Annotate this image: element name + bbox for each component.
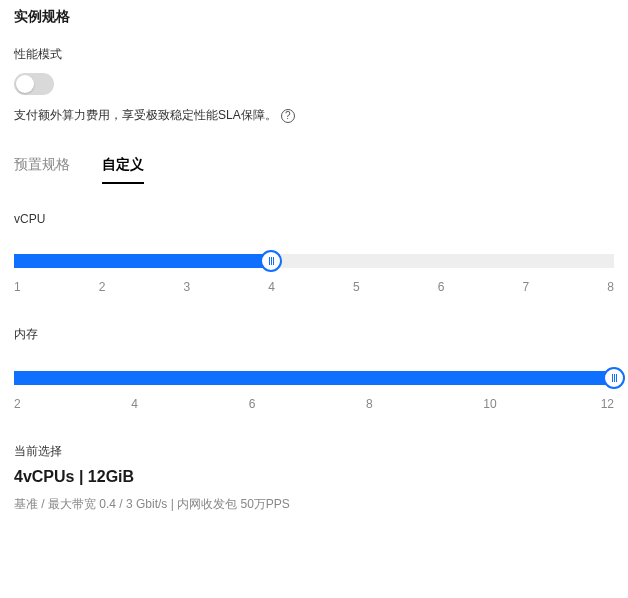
slider-tick: 8: [366, 397, 483, 411]
memory-slider[interactable]: [14, 371, 614, 385]
memory-slider-thumb[interactable]: [603, 367, 625, 389]
help-icon[interactable]: ?: [281, 109, 295, 123]
vcpu-slider-thumb[interactable]: [260, 250, 282, 272]
slider-tick: 8: [607, 280, 614, 294]
current-selection-label: 当前选择: [14, 443, 614, 460]
memory-slider-ticks: 24681012: [14, 397, 614, 411]
memory-slider-track: [14, 371, 614, 385]
section-title: 实例规格: [14, 8, 614, 26]
slider-tick: 2: [99, 280, 184, 294]
performance-mode-toggle[interactable]: [14, 73, 54, 95]
slider-tick: 1: [14, 280, 99, 294]
memory-slider-fill: [14, 371, 614, 385]
vcpu-label: vCPU: [14, 212, 614, 226]
performance-mode-description-row: 支付额外算力费用，享受极致稳定性能SLA保障。 ?: [14, 107, 614, 124]
toggle-knob: [16, 75, 34, 93]
slider-tick: 6: [438, 280, 523, 294]
slider-tick: 6: [249, 397, 366, 411]
slider-tick: 4: [131, 397, 248, 411]
slider-tick: 4: [268, 280, 353, 294]
performance-mode-description: 支付额外算力费用，享受极致稳定性能SLA保障。: [14, 107, 277, 124]
current-selection-specs: 基准 / 最大带宽 0.4 / 3 Gbit/s | 内网收发包 50万PPS: [14, 496, 614, 513]
vcpu-slider-fill: [14, 254, 271, 268]
slider-tick: 3: [184, 280, 269, 294]
slider-tick: 12: [601, 397, 614, 411]
slider-tick: 10: [483, 397, 600, 411]
spec-tabs: 预置规格 自定义: [14, 156, 614, 184]
tab-preset-specs[interactable]: 预置规格: [14, 156, 70, 184]
performance-mode-label: 性能模式: [14, 46, 614, 63]
vcpu-slider[interactable]: [14, 254, 614, 268]
current-selection-value: 4vCPUs | 12GiB: [14, 468, 614, 486]
slider-tick: 7: [523, 280, 608, 294]
memory-label: 内存: [14, 326, 614, 343]
vcpu-slider-ticks: 12345678: [14, 280, 614, 294]
slider-tick: 2: [14, 397, 131, 411]
slider-tick: 5: [353, 280, 438, 294]
vcpu-slider-track: [14, 254, 614, 268]
tab-custom-specs[interactable]: 自定义: [102, 156, 144, 184]
